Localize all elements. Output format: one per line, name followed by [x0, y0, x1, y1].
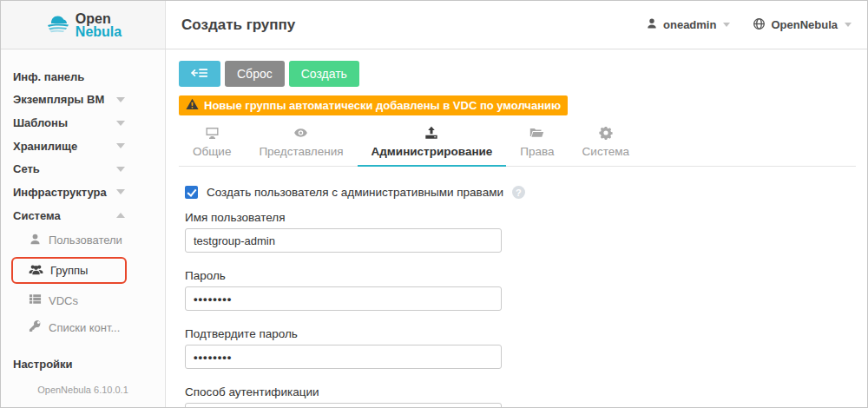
sidebar-item-network[interactable]: Сеть — [1, 158, 165, 181]
eye-icon — [293, 126, 308, 142]
create-admin-user-label: Создать пользователя с административными… — [207, 186, 503, 199]
user-menu-label: oneadmin — [663, 18, 716, 31]
zone-menu[interactable]: OpenNebula — [753, 17, 852, 33]
chevron-down-icon — [116, 167, 125, 172]
list-icon — [29, 293, 42, 308]
sidebar-item-templates[interactable]: Шаблоны — [1, 111, 165, 135]
folder-open-icon — [529, 126, 544, 142]
auth-method-label: Способ аутентификации — [185, 385, 867, 398]
chevron-down-icon — [116, 143, 125, 148]
sidebar-item-acls[interactable]: Списки конт... — [1, 318, 165, 338]
confirm-password-input[interactable] — [185, 345, 502, 369]
sidebar-item-vdcs[interactable]: VDCs — [1, 291, 165, 311]
auth-method-select[interactable]: ядро — [185, 403, 502, 407]
create-button[interactable]: Создать — [289, 61, 359, 87]
reset-button[interactable]: Сброс — [225, 61, 285, 87]
warning-text: Новые группы автоматически добавлены в V… — [204, 99, 561, 112]
sidebar-item-settings[interactable]: Настройки — [1, 352, 165, 376]
header: Open Nebula Создать группу oneadmin — [1, 1, 867, 49]
tab-system[interactable]: Система — [569, 122, 643, 167]
password-label: Пароль — [185, 269, 867, 282]
chevron-down-icon — [845, 23, 852, 27]
tab-general[interactable]: Общие — [179, 122, 245, 167]
opennebula-logo[interactable]: Open Nebula — [1, 1, 166, 49]
username-input[interactable] — [185, 228, 502, 253]
chevron-down-icon — [723, 23, 730, 27]
sidebar-item-dashboard[interactable]: Инф. панель — [1, 65, 165, 89]
password-input[interactable] — [185, 286, 502, 311]
cloud-logo-icon — [44, 12, 70, 38]
sidebar-item-storage[interactable]: Хранилище — [1, 135, 165, 158]
opennebula-window: Open Nebula Создать группу oneadmin — [0, 0, 868, 408]
sidebar-item-infrastructure[interactable]: Инфраструктура — [1, 181, 165, 204]
chevron-down-icon — [116, 189, 125, 194]
warning-banner: Новые группы автоматически добавлены в V… — [179, 95, 568, 115]
user-menu[interactable]: oneadmin — [646, 17, 730, 32]
globe-icon — [753, 17, 766, 33]
help-icon[interactable]: ? — [512, 186, 525, 199]
tab-administrators[interactable]: Администрирование — [358, 122, 507, 167]
chevron-down-icon — [116, 121, 125, 126]
users-icon — [29, 263, 43, 279]
header-bar: Создать группу oneadmin OpenNebula — [166, 1, 867, 49]
warning-triangle-icon — [186, 98, 199, 113]
sidebar-item-system[interactable]: Система — [1, 204, 165, 227]
tab-permissions[interactable]: Права — [506, 122, 568, 167]
zone-menu-label: OpenNebula — [771, 18, 838, 31]
toolbar: Сброс Создать — [179, 61, 867, 87]
sidebar: Инф. панель Экземпляры ВМ Шаблоны Хранил… — [1, 49, 166, 407]
back-list-icon — [191, 67, 208, 82]
sidebar-item-vm-instances[interactable]: Экземпляры ВМ — [1, 89, 165, 112]
back-to-list-button[interactable] — [179, 61, 220, 87]
logo-text: Open Nebula — [76, 12, 122, 38]
version-label: OpenNebula 6.10.0.1 — [1, 376, 165, 407]
sidebar-item-users[interactable]: Пользователи — [1, 230, 165, 250]
desktop-icon — [205, 126, 220, 142]
upload-icon — [424, 126, 438, 142]
tab-bar: Общие Представления Администрирование — [179, 122, 856, 167]
tab-views[interactable]: Представления — [245, 122, 357, 167]
user-icon — [646, 17, 658, 32]
admin-user-form: Создать пользователя с административными… — [179, 186, 867, 407]
confirm-password-label: Подтвердите пароль — [185, 327, 867, 340]
main-content: Сброс Создать Новые группы автоматически… — [166, 49, 867, 407]
key-icon — [29, 319, 42, 335]
chevron-up-icon — [116, 213, 125, 218]
sidebar-item-groups[interactable]: Группы — [11, 257, 127, 284]
page-title: Создать группу — [181, 16, 295, 34]
username-label: Имя пользователя — [185, 211, 867, 224]
user-icon — [29, 233, 42, 248]
gear-icon — [599, 126, 613, 142]
create-admin-user-checkbox[interactable] — [185, 186, 198, 199]
chevron-down-icon — [116, 97, 125, 102]
